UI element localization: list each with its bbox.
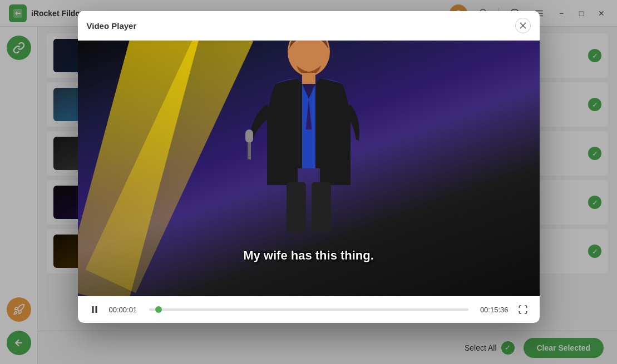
modal-overlay: Video Player (0, 0, 617, 364)
svg-rect-11 (245, 129, 253, 143)
video-player-modal: Video Player (78, 11, 540, 323)
svg-rect-15 (92, 306, 93, 313)
svg-rect-10 (302, 73, 315, 84)
svg-point-9 (288, 41, 330, 76)
person-figure (231, 41, 387, 252)
play-pause-button[interactable] (87, 302, 102, 317)
svg-rect-16 (95, 306, 97, 313)
modal-title: Video Player (87, 21, 137, 31)
video-subtitle: My wife has this thing. (243, 248, 374, 263)
progress-fill (149, 308, 468, 311)
fullscreen-button[interactable] (515, 302, 531, 317)
modal-close-button[interactable] (515, 18, 531, 33)
progress-bar[interactable] (149, 308, 468, 311)
modal-header: Video Player (78, 11, 540, 41)
current-time: 00:00:01 (109, 306, 142, 314)
svg-rect-13 (287, 182, 306, 232)
svg-rect-14 (312, 182, 331, 232)
video-scene: My wife has this thing. (78, 41, 540, 296)
duration-label: 00:15:36 (475, 306, 509, 314)
progress-dot (155, 306, 162, 313)
video-controls: 00:00:01 00:15:36 (78, 296, 540, 323)
video-player: My wife has this thing. 00:00:01 00:15:3… (78, 41, 540, 323)
svg-rect-12 (248, 143, 251, 159)
